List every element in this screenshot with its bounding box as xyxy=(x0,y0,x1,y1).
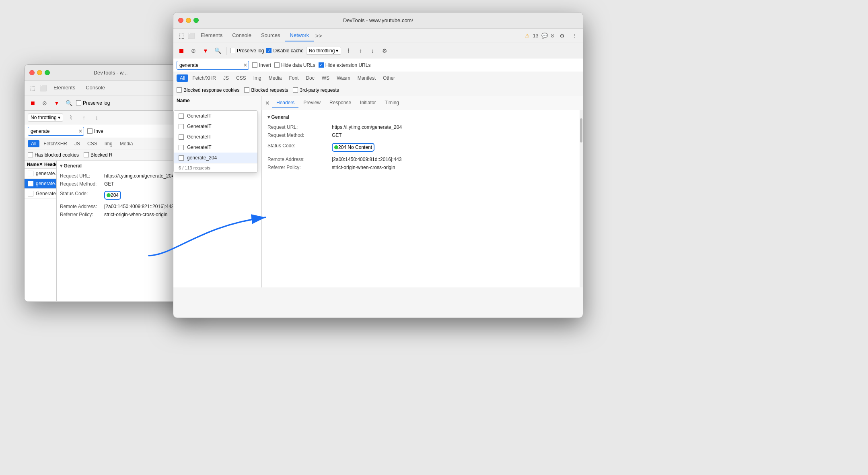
front-type-img[interactable]: Img xyxy=(250,74,265,82)
front-type-ws[interactable]: WS xyxy=(319,74,333,82)
front-ac-label-4: GenerateIT xyxy=(187,145,212,150)
front-clear-icon[interactable]: ⊘ xyxy=(189,46,198,56)
back-no-throttling[interactable]: No throttling ▾ xyxy=(28,114,63,122)
front-filter-icon[interactable]: ▼ xyxy=(201,46,210,56)
back-col-close[interactable]: ✕ xyxy=(39,162,43,167)
front-wifi-icon[interactable]: ⌇ xyxy=(343,46,353,56)
front-type-other[interactable]: Other xyxy=(380,74,398,82)
front-tab-headers[interactable]: Headers xyxy=(272,98,298,108)
front-type-media[interactable]: Media xyxy=(265,74,285,82)
back-clear-icon[interactable]: ⊘ xyxy=(40,98,49,108)
front-type-wasm[interactable]: Wasm xyxy=(333,74,354,82)
front-no-throttling[interactable]: No throttling ▾ xyxy=(306,47,341,55)
front-settings-icon[interactable]: ⚙ xyxy=(557,31,567,41)
back-device-icon[interactable]: ⬜ xyxy=(38,83,48,93)
front-search-icon[interactable]: 🔍 xyxy=(213,46,222,56)
front-name-col-label: Name xyxy=(177,98,190,103)
front-scrollbar[interactable] xyxy=(580,110,583,287)
back-upload-icon[interactable]: ↑ xyxy=(79,113,89,122)
front-ac-cb-5[interactable] xyxy=(179,155,184,161)
back-preserve-log-checkbox[interactable] xyxy=(76,100,81,105)
front-cursor-icon[interactable]: ⬚ xyxy=(177,31,186,41)
back-type-js[interactable]: JS xyxy=(71,140,83,147)
front-ac-item-2[interactable]: GenerateIT xyxy=(174,121,257,132)
front-details-tabs: ✕ Headers Preview Response Initiator Tim… xyxy=(262,96,583,110)
front-ac-cb-3[interactable] xyxy=(179,134,184,140)
front-type-js[interactable]: JS xyxy=(220,74,232,82)
front-type-fetchxhr[interactable]: Fetch/XHR xyxy=(189,74,219,82)
front-minimize-button[interactable] xyxy=(186,18,191,23)
front-invert-cb[interactable] xyxy=(252,62,257,68)
front-tab-elements[interactable]: Elements xyxy=(196,30,227,41)
front-type-all[interactable]: All xyxy=(177,74,188,82)
front-window-title: DevTools - www.youtube.com/ xyxy=(343,17,413,23)
front-type-font[interactable]: Font xyxy=(286,74,302,82)
back-search-icon[interactable]: 🔍 xyxy=(64,98,74,108)
front-hide-ext-cb[interactable]: ✓ xyxy=(319,62,324,68)
front-hide-ext-wrap: ✓ Hide extension URLs xyxy=(319,62,371,68)
back-search-input[interactable] xyxy=(28,127,84,136)
back-type-all[interactable]: All xyxy=(28,140,39,147)
back-wifi-icon[interactable]: ⌇ xyxy=(66,113,76,122)
front-tab-initiator[interactable]: Initiator xyxy=(356,98,380,108)
back-type-fetchxhr[interactable]: Fetch/XHR xyxy=(40,140,70,147)
back-minimize-button[interactable] xyxy=(37,70,42,75)
front-type-css[interactable]: CSS xyxy=(233,74,249,82)
front-type-doc[interactable]: Doc xyxy=(302,74,317,82)
back-tab-console[interactable]: Console xyxy=(81,82,110,94)
front-device-icon[interactable]: ⬜ xyxy=(186,31,196,41)
front-toolbar: ⏹ ⊘ ▼ 🔍 Preserve log ✓ Disable cache No … xyxy=(173,43,583,58)
front-settings2-icon[interactable]: ⚙ xyxy=(380,46,389,56)
front-ac-item-1[interactable]: GenerateIT xyxy=(174,111,257,121)
front-download-icon[interactable]: ↓ xyxy=(368,46,377,56)
front-search-input[interactable] xyxy=(177,61,249,70)
back-tab-elements[interactable]: Elements xyxy=(49,82,80,94)
front-tab-response[interactable]: Response xyxy=(325,98,355,108)
back-download-icon[interactable]: ↓ xyxy=(92,113,102,122)
back-type-media[interactable]: Media xyxy=(117,140,136,147)
back-search-clear[interactable]: ✕ xyxy=(78,128,82,134)
back-filter-icon[interactable]: ▼ xyxy=(52,98,62,108)
back-close-button[interactable] xyxy=(29,70,35,75)
front-preserve-log-cb[interactable] xyxy=(230,48,235,53)
front-tab-timing[interactable]: Timing xyxy=(381,98,403,108)
back-cursor-icon[interactable]: ⬚ xyxy=(28,83,37,93)
front-ac-item-4[interactable]: GenerateIT xyxy=(174,142,257,153)
front-tab-sources[interactable]: Sources xyxy=(256,30,285,41)
back-request-item-3[interactable]: GenerateIT xyxy=(25,189,56,199)
front-hide-data-cb[interactable] xyxy=(274,62,280,68)
front-detail-referrer: Referrer Policy: strict-origin-when-cros… xyxy=(267,163,577,171)
back-type-css[interactable]: CSS xyxy=(84,140,101,147)
front-3rd-party-cb[interactable] xyxy=(293,87,298,93)
back-request-item-2[interactable]: generate... xyxy=(25,179,56,189)
front-search-clear[interactable]: ✕ xyxy=(243,62,247,68)
front-blocked-cookies-cb[interactable] xyxy=(177,87,182,93)
front-ac-item-3[interactable]: GenerateIT xyxy=(174,132,257,142)
front-maximize-button[interactable] xyxy=(193,18,199,23)
front-blocked-requests-cb[interactable] xyxy=(244,87,249,93)
front-general-header[interactable]: General xyxy=(267,114,577,120)
back-type-img[interactable]: Img xyxy=(101,140,116,147)
front-tab-console[interactable]: Console xyxy=(227,30,256,41)
front-more-tabs-icon[interactable]: >> xyxy=(314,31,323,41)
back-blocked-cookies-cb[interactable] xyxy=(28,152,33,157)
front-tab-preview[interactable]: Preview xyxy=(299,98,325,108)
back-blocked-r-cb[interactable] xyxy=(84,152,89,157)
back-record-stop-icon[interactable]: ⏹ xyxy=(28,98,37,108)
front-ac-cb-4[interactable] xyxy=(179,145,184,150)
front-scrollbar-thumb[interactable] xyxy=(580,118,582,142)
back-maximize-button[interactable] xyxy=(45,70,50,75)
front-details-close[interactable]: ✕ xyxy=(265,100,270,106)
front-upload-icon[interactable]: ↑ xyxy=(356,46,365,56)
front-more-icon[interactable]: ⋮ xyxy=(570,31,580,41)
back-request-item-1[interactable]: generate... xyxy=(25,169,56,179)
front-ac-item-5[interactable]: generate_204 xyxy=(174,153,257,163)
front-ac-cb-2[interactable] xyxy=(179,124,184,129)
back-invert-checkbox[interactable] xyxy=(87,128,93,134)
front-type-manifest[interactable]: Manifest xyxy=(354,74,379,82)
front-ac-cb-1[interactable] xyxy=(179,114,184,119)
front-tab-network[interactable]: Network xyxy=(285,30,314,41)
front-record-stop-icon[interactable]: ⏹ xyxy=(177,46,186,56)
front-close-button[interactable] xyxy=(178,18,183,23)
front-disable-cache-cb[interactable]: ✓ xyxy=(266,48,272,53)
